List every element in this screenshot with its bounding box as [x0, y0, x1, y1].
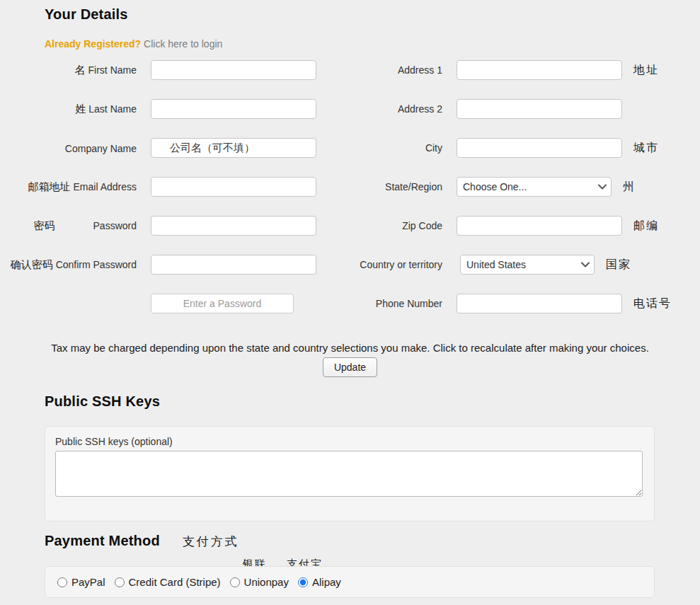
page-title: Your Details	[45, 6, 128, 23]
password-label-cn: 密码	[34, 219, 55, 231]
first-name-label: 名First Name	[0, 64, 137, 77]
form-row-password: 密码Password	[0, 216, 316, 236]
ssh-keys-panel: Public SSH keys (optional)	[45, 426, 655, 522]
email-label: 邮箱地址Email Address	[0, 180, 137, 194]
tax-notice: Tax may be charged depending upon the st…	[0, 342, 700, 354]
password-helper-input[interactable]	[151, 294, 294, 313]
payment-option-unionpay[interactable]: Unionpay	[230, 576, 289, 588]
password-label-en: Password	[93, 220, 137, 231]
payment-title-row: Payment Method 支付方式	[45, 533, 239, 550]
address1-label: Address 1	[292, 64, 442, 76]
state-select[interactable]: Choose One...	[457, 177, 612, 197]
country-label: Country or territory	[292, 259, 442, 270]
payment-option-credit-card[interactable]: Credit Card (Stripe)	[115, 576, 221, 588]
form-row-state: State/Region Choose One... 州	[292, 177, 672, 197]
already-registered-line: Already Registered? Click here to login	[45, 38, 222, 50]
ssh-keys-label: Public SSH keys (optional)	[55, 436, 644, 447]
form-row-email: 邮箱地址Email Address	[0, 177, 316, 197]
confirm-password-label: 确认密码Confirm Password	[0, 258, 137, 272]
confirm-password-label-en: Confirm Password	[56, 259, 137, 270]
update-button[interactable]: Update	[323, 357, 377, 377]
country-select[interactable]: United States	[460, 255, 595, 275]
first-name-label-cn: 名	[75, 64, 86, 76]
address1-input[interactable]	[457, 60, 622, 80]
payment-option-label: PayPal	[71, 576, 105, 588]
payment-option-label: Credit Card (Stripe)	[129, 576, 221, 588]
zip-label: Zip Code	[292, 220, 442, 231]
first-name-label-en: First Name	[88, 64, 137, 76]
address1-annotation-cn: 地址	[633, 63, 659, 78]
already-registered-text: Already Registered?	[45, 38, 141, 50]
payment-option-alipay[interactable]: Alipay	[298, 576, 341, 588]
email-label-cn: 邮箱地址	[28, 180, 71, 192]
email-label-en: Email Address	[74, 181, 137, 192]
form-row-address1: Address 1 地址	[292, 60, 672, 80]
phone-label: Phone Number	[292, 298, 442, 309]
form-row-zip: Zip Code 邮编	[292, 216, 672, 236]
phone-input[interactable]	[457, 294, 622, 313]
payment-option-label: Alipay	[312, 576, 341, 588]
state-label: State/Region	[292, 181, 442, 192]
login-link[interactable]: Click here to login	[144, 38, 222, 50]
city-annotation-cn: 城市	[633, 141, 659, 156]
ssh-keys-textarea[interactable]	[55, 451, 643, 497]
payment-radio[interactable]	[298, 577, 308, 587]
form-row-first-name: 名First Name	[0, 60, 316, 80]
payment-radio[interactable]	[57, 577, 67, 587]
address2-label: Address 2	[292, 103, 442, 115]
country-annotation-cn: 国家	[606, 258, 631, 272]
address2-input[interactable]	[457, 99, 622, 119]
confirm-password-label-cn: 确认密码	[11, 258, 53, 270]
form-row-country: Country or territory United States 国家	[292, 255, 672, 275]
form-row-last-name: 姓Last Name	[0, 99, 316, 119]
payment-method-panel: PayPal Credit Card (Stripe) Unionpay Ali…	[45, 566, 655, 598]
form-row-company-name: Company Name	[0, 138, 316, 158]
company-name-label-en: Company Name	[65, 143, 137, 154]
details-form-right: Address 1 地址 Address 2 City 城市 State/Reg…	[292, 60, 672, 333]
payment-method-title-cn: 支付方式	[183, 534, 239, 550]
ssh-keys-title: Public SSH Keys	[45, 393, 160, 410]
payment-option-paypal[interactable]: PayPal	[57, 576, 105, 588]
payment-radio[interactable]	[230, 577, 240, 587]
city-input[interactable]	[457, 138, 622, 158]
phone-annotation-cn: 电话号	[633, 296, 672, 311]
last-name-label-en: Last Name	[88, 103, 137, 115]
form-row-phone: Phone Number 电话号	[292, 294, 672, 313]
zip-annotation-cn: 邮编	[633, 219, 659, 234]
state-annotation-cn: 州	[623, 180, 636, 195]
form-row-city: City 城市	[292, 138, 672, 158]
zip-input[interactable]	[457, 216, 622, 236]
form-row-confirm-password: 确认密码Confirm Password	[0, 255, 316, 275]
form-row-password-helper	[0, 294, 316, 313]
form-row-address2: Address 2	[292, 99, 672, 119]
last-name-label-cn: 姓	[75, 103, 86, 115]
city-label: City	[292, 142, 442, 154]
company-name-label: Company Name	[0, 142, 137, 154]
tax-block: Tax may be charged depending upon the st…	[0, 342, 700, 377]
payment-method-title: Payment Method	[45, 533, 160, 549]
payment-radio[interactable]	[115, 577, 125, 587]
password-label: 密码Password	[0, 219, 137, 233]
last-name-label: 姓Last Name	[0, 103, 137, 116]
payment-option-label: Unionpay	[244, 576, 289, 588]
details-form-left: 名First Name 姓Last Name Company Name 邮箱地址…	[0, 60, 316, 333]
